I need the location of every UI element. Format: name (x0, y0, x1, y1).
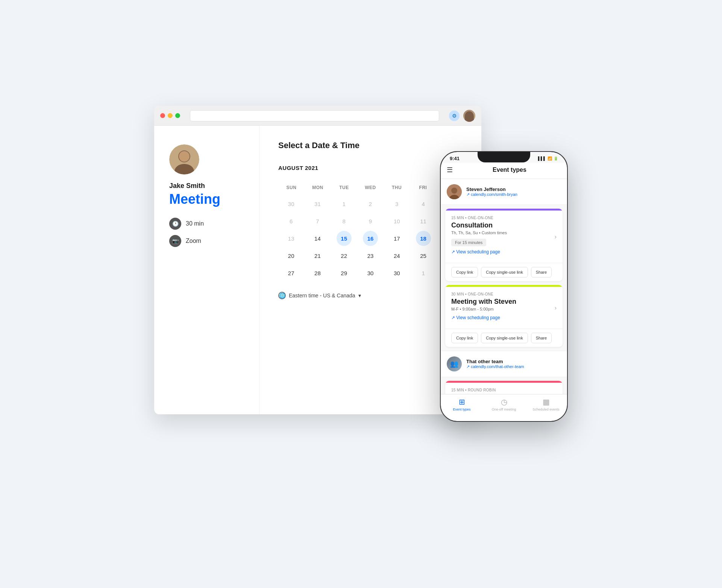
event-name-consultation: Consultation (451, 221, 557, 229)
cal-day-28[interactable]: 28 (310, 265, 325, 280)
cal-day-30-prev: 30 (284, 196, 299, 211)
user-avatar-browser[interactable] (463, 110, 475, 122)
team-section: 👥 That other team ↗ calendly.com/that-ot… (441, 351, 567, 377)
copy-single-use-link-btn-2[interactable]: Copy single-use link (481, 333, 528, 343)
cal-day-2: 2 (363, 196, 378, 211)
weekday-mon: MON (305, 183, 331, 192)
team-link[interactable]: ↗ calendly.com/that-other-team (466, 364, 524, 369)
copy-link-btn-1[interactable]: Copy link (451, 267, 478, 277)
browser-window: ⚙ Jake Smith Meeting (154, 106, 481, 414)
nav-event-types[interactable]: ⊞ Event types (441, 397, 483, 411)
user-avatar (169, 144, 199, 174)
calendar-month-year: AUGUST 2021 (278, 165, 438, 171)
share-btn-1[interactable]: Share (531, 267, 552, 277)
cal-day-22[interactable]: 22 (337, 248, 352, 263)
steven-link[interactable]: ↗ calendly.com/smith-bryan (466, 192, 517, 197)
expand-dot[interactable] (175, 113, 180, 118)
cal-day-14[interactable]: 14 (310, 231, 325, 246)
event-types-icon: ⊞ (459, 397, 465, 406)
scheduled-icon: ▦ (543, 397, 550, 406)
svg-point-5 (451, 188, 457, 194)
browser-toolbar: ⚙ (154, 106, 481, 126)
event-card-actions-consultation: Copy link Copy single-use link Share (445, 263, 563, 281)
video-icon: 📷 (169, 235, 181, 247)
svg-point-3 (179, 151, 190, 162)
cal-day-8: 8 (337, 214, 352, 229)
view-scheduling-link-meeting[interactable]: ↗ View scheduling page (451, 315, 557, 320)
phone-notch (478, 152, 530, 162)
cal-day-6: 6 (284, 214, 299, 229)
nav-scheduled-events[interactable]: ▦ Scheduled events (525, 397, 567, 411)
timezone-label: Eastern time - US & Canada (289, 292, 355, 299)
phone-bottom-nav: ⊞ Event types ◷ One-off meeting ▦ Schedu… (441, 394, 567, 421)
cal-day-9: 9 (363, 214, 378, 229)
cal-day-1: 1 (337, 196, 352, 211)
share-btn-2[interactable]: Share (531, 333, 552, 343)
cal-day-31-prev: 31 (310, 196, 325, 211)
phone-content[interactable]: Steven Jefferson ↗ calendly.com/smith-br… (441, 179, 567, 399)
steven-name: Steven Jefferson (466, 186, 517, 192)
cal-day-13: 13 (284, 231, 299, 246)
extension-icon[interactable]: ⚙ (449, 111, 460, 121)
event-card-meeting-steven: 30 MIN • ONE-ON-ONE Meeting with Steven … (445, 285, 563, 347)
cal-day-29[interactable]: 29 (337, 265, 352, 280)
cal-day-4: 4 (416, 196, 431, 211)
timezone-selector[interactable]: 🌐 Eastern time - US & Canada ▾ (278, 292, 463, 299)
cal-day-24[interactable]: 24 (389, 248, 404, 263)
cal-day-10: 10 (389, 214, 404, 229)
hamburger-icon[interactable]: ☰ (447, 166, 453, 174)
phone-header-title: Event types (458, 167, 561, 173)
cal-day-17[interactable]: 17 (389, 231, 404, 246)
duration-badge-consultation: For 15 minutes (451, 239, 486, 246)
cal-day-16[interactable]: 16 (363, 231, 378, 246)
event-schedule-meeting: M-F • 9:00am - 5:00pm (451, 307, 557, 311)
cal-day-25[interactable]: 25 (416, 248, 431, 263)
weekday-thu: THU (384, 183, 410, 192)
event-type-label: 15 MIN • ONE-ON-ONE (451, 216, 557, 220)
weekday-wed: WED (357, 183, 384, 192)
calendar-weekdays: SUN MON TUE WED THU FRI SAT (278, 183, 463, 192)
team-avatar: 👥 (447, 356, 462, 371)
platform-meta: 📷 Zoom (169, 235, 244, 247)
event-title: Meeting (169, 191, 244, 207)
cal-day-11: 11 (416, 214, 431, 229)
weekday-fri: FRI (410, 183, 436, 192)
cal-day-18[interactable]: 18 (416, 231, 431, 246)
status-time: 9:41 (450, 156, 460, 161)
event-type-label-2: 30 MIN • ONE-ON-ONE (451, 292, 557, 296)
close-dot[interactable] (160, 113, 165, 118)
cal-day-30b[interactable]: 30 (389, 265, 404, 280)
view-scheduling-link-consultation[interactable]: ↗ View scheduling page (451, 249, 557, 255)
duration-label: 30 min (186, 220, 204, 227)
team-name: That other team (466, 359, 524, 364)
phone-header: ☰ Event types (441, 163, 567, 179)
cal-day-30a[interactable]: 30 (363, 265, 378, 280)
copy-link-btn-2[interactable]: Copy link (451, 333, 478, 343)
cal-day-21[interactable]: 21 (310, 248, 325, 263)
copy-single-use-link-btn-1[interactable]: Copy single-use link (481, 267, 528, 277)
address-bar[interactable] (190, 110, 439, 121)
calendar-header: AUGUST 2021 ‹ › (278, 162, 463, 174)
cal-day-23[interactable]: 23 (363, 248, 378, 263)
cal-day-7: 7 (310, 214, 325, 229)
phone-screen: 9:41 ▌▌▌ 📶 🔋 ☰ Event types (441, 152, 567, 421)
minimize-dot[interactable] (168, 113, 173, 118)
event-card-consultation: 15 MIN • ONE-ON-ONE Consultation Th, Th,… (445, 209, 563, 281)
cal-day-20[interactable]: 20 (284, 248, 299, 263)
duration-meta: 🕐 30 min (169, 218, 244, 230)
timezone-dropdown-icon: ▾ (358, 292, 361, 299)
cal-day-27[interactable]: 27 (284, 265, 299, 280)
cal-day-1-next: 1 (416, 265, 431, 280)
browser-traffic-lights (160, 113, 180, 118)
weekday-tue: TUE (331, 183, 357, 192)
calendar-grid: SUN MON TUE WED THU FRI SAT 30 31 1 2 (278, 183, 463, 281)
event-card-actions-meeting: Copy link Copy single-use link Share (445, 329, 563, 347)
cal-day-3: 3 (389, 196, 404, 211)
user-steven-section: Steven Jefferson ↗ calendly.com/smith-br… (441, 179, 567, 205)
event-types-label: Event types (453, 408, 470, 411)
event-type-label-3: 15 MIN • ROUND ROBIN (451, 388, 557, 392)
mobile-phone: 9:41 ▌▌▌ 📶 🔋 ☰ Event types (440, 151, 568, 422)
nav-one-off-meeting[interactable]: ◷ One-off meeting (483, 397, 525, 411)
cal-day-15[interactable]: 15 (337, 231, 352, 246)
signal-icon: ▌▌▌ (538, 156, 546, 161)
